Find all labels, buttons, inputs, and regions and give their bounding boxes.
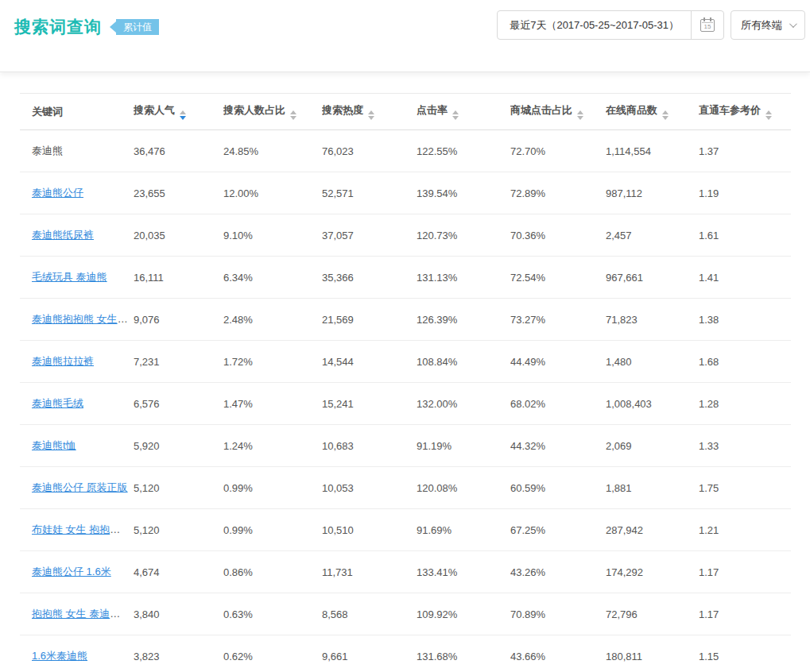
keyword-link[interactable]: 泰迪熊公仔: [32, 187, 83, 199]
keyword-link[interactable]: 泰迪熊毛绒: [32, 397, 83, 409]
value-cell: 23,655: [134, 172, 223, 214]
value-cell: 0.99%: [223, 467, 322, 509]
value-cell: 1,114,554: [606, 130, 699, 172]
sort-icon[interactable]: [577, 110, 583, 120]
sort-icon[interactable]: [765, 110, 772, 120]
keyword-cell: 泰迪熊: [20, 130, 134, 172]
value-cell: 72.54%: [510, 257, 606, 299]
sort-icon[interactable]: [180, 110, 186, 120]
value-cell: 72.89%: [510, 172, 606, 214]
keyword-link[interactable]: 泰迪熊拉拉裤: [32, 355, 94, 367]
cumulative-badge-label: 累计值: [116, 19, 159, 35]
table-row: 布娃娃 女生 抱抱熊 泰...5,1200.99%10,51091.69%67.…: [20, 509, 791, 551]
value-cell: 6.34%: [223, 257, 322, 299]
value-cell: 67.25%: [510, 509, 606, 551]
column-header[interactable]: 搜索热度: [322, 94, 417, 130]
value-cell: 1.47%: [223, 383, 322, 425]
value-cell: 21,569: [322, 299, 417, 341]
keyword-link[interactable]: 毛绒玩具 泰迪熊: [32, 271, 107, 283]
search-terms-table-section: 关键词搜索人气搜索人数占比搜索热度点击率商城点击占比在线商品数直通车参考价 泰迪…: [0, 72, 810, 672]
value-cell: 1.68: [699, 341, 791, 383]
keyword-cell: 抱抱熊 女生 泰迪熊 送...: [20, 593, 134, 635]
terminal-dropdown-label: 所有终端: [741, 18, 782, 33]
keyword-link[interactable]: 抱抱熊 女生 泰迪熊 送...: [32, 608, 134, 620]
value-cell: 9,661: [322, 635, 417, 672]
calendar-button[interactable]: 15: [691, 11, 723, 39]
table-row: 抱抱熊 女生 泰迪熊 送...3,8400.63%8,568109.92%70.…: [20, 593, 791, 635]
value-cell: 44.32%: [510, 425, 606, 467]
value-cell: 1,008,403: [606, 383, 699, 425]
sort-icon[interactable]: [368, 110, 374, 120]
sort-icon[interactable]: [662, 110, 669, 120]
column-header[interactable]: 点击率: [417, 94, 510, 130]
keyword-link[interactable]: 泰迪熊纸尿裤: [32, 229, 94, 241]
date-range-text: 最近7天（2017-05-25~2017-05-31）: [498, 11, 691, 39]
keyword-link[interactable]: 泰迪熊公仔 原装正版: [32, 481, 128, 493]
keyword-link[interactable]: 泰迪熊公仔 1.6米: [32, 566, 111, 577]
value-cell: 1.24%: [223, 425, 322, 467]
column-header[interactable]: 搜索人气: [134, 94, 223, 130]
value-cell: 133.41%: [417, 551, 510, 593]
keyword-link[interactable]: 泰迪熊抱抱熊 女生 送...: [32, 313, 134, 325]
column-header-label: 关键词: [32, 106, 63, 118]
keyword-cell: 泰迪熊抱抱熊 女生 送...: [20, 299, 134, 341]
column-header: 关键词: [20, 94, 134, 130]
column-header-label: 在线商品数: [606, 104, 657, 116]
value-cell: 132.00%: [417, 383, 510, 425]
keyword-text: 泰迪熊: [32, 145, 63, 156]
column-header-label: 搜索人气: [134, 104, 175, 116]
value-cell: 68.02%: [510, 383, 606, 425]
value-cell: 987,112: [606, 172, 699, 214]
toolbar-controls: 最近7天（2017-05-25~2017-05-31） 15 所有终端: [497, 10, 805, 40]
date-range-picker[interactable]: 最近7天（2017-05-25~2017-05-31） 15: [497, 10, 724, 40]
value-cell: 12.00%: [223, 172, 322, 214]
value-cell: 9.10%: [223, 214, 322, 257]
value-cell: 5,920: [134, 425, 223, 467]
value-cell: 1,881: [606, 467, 699, 509]
column-header[interactable]: 在线商品数: [606, 94, 699, 130]
keyword-link[interactable]: 1.6米泰迪熊: [32, 650, 87, 662]
value-cell: 10,683: [322, 425, 417, 467]
column-header-label: 搜索人数占比: [223, 104, 285, 116]
keyword-cell: 泰迪熊毛绒: [20, 383, 134, 425]
value-cell: 16,111: [134, 257, 223, 299]
value-cell: 10,053: [322, 467, 417, 509]
sort-icon[interactable]: [452, 110, 459, 120]
calendar-rings: [703, 17, 705, 21]
value-cell: 1.17: [699, 593, 791, 635]
value-cell: 76,023: [322, 130, 417, 172]
value-cell: 72.70%: [510, 130, 606, 172]
column-header-label: 点击率: [417, 104, 448, 116]
value-cell: 91.69%: [417, 509, 510, 551]
table-row: 泰迪熊纸尿裤20,0359.10%37,057120.73%70.36%2,45…: [20, 214, 791, 257]
table-row: 泰迪熊毛绒6,5761.47%15,241132.00%68.02%1,008,…: [20, 383, 791, 425]
value-cell: 52,571: [322, 172, 417, 214]
value-cell: 3,823: [134, 635, 223, 672]
value-cell: 126.39%: [417, 299, 510, 341]
keyword-link[interactable]: 布娃娃 女生 抱抱熊 泰...: [32, 523, 134, 535]
value-cell: 1.15: [699, 635, 791, 672]
value-cell: 1.17: [699, 551, 791, 593]
value-cell: 180,811: [606, 635, 699, 672]
keyword-cell: 泰迪熊纸尿裤: [20, 214, 134, 257]
value-cell: 36,476: [134, 130, 223, 172]
column-header[interactable]: 商城点击占比: [510, 94, 606, 130]
search-terms-table: 关键词搜索人气搜索人数占比搜索热度点击率商城点击占比在线商品数直通车参考价 泰迪…: [20, 93, 791, 672]
page-header: 搜索词查询 累计值 最近7天（2017-05-25~2017-05-31） 15…: [0, 0, 810, 72]
keyword-link[interactable]: 泰迪熊t恤: [32, 439, 76, 451]
sort-icon[interactable]: [290, 110, 296, 120]
column-header[interactable]: 直通车参考价: [699, 94, 791, 130]
value-cell: 6,576: [134, 383, 223, 425]
value-cell: 70.36%: [510, 214, 606, 257]
value-cell: 287,942: [606, 509, 699, 551]
value-cell: 24.85%: [223, 130, 322, 172]
column-header[interactable]: 搜索人数占比: [223, 94, 322, 130]
value-cell: 109.92%: [417, 593, 510, 635]
table-row: 泰迪熊拉拉裤7,2311.72%14,544108.84%44.49%1,480…: [20, 341, 791, 383]
value-cell: 122.55%: [417, 130, 510, 172]
value-cell: 1.28: [699, 383, 791, 425]
value-cell: 8,568: [322, 593, 417, 635]
value-cell: 1.19: [699, 172, 791, 214]
terminal-dropdown[interactable]: 所有终端: [731, 10, 805, 40]
table-row: 泰迪熊公仔 1.6米4,6740.86%11,731133.41%43.26%1…: [20, 551, 791, 593]
